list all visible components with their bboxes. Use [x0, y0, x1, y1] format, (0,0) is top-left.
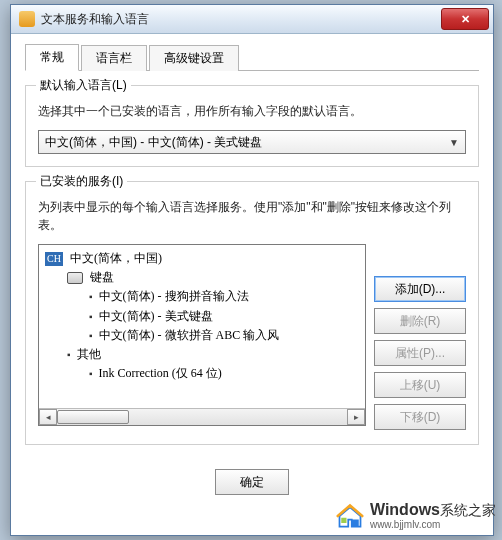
button-label: 确定	[240, 474, 264, 491]
tree-keyboard-category[interactable]: 键盘	[45, 268, 359, 287]
tab-label: 语言栏	[96, 51, 132, 65]
tree-inner: CH 中文(简体，中国) 键盘 中文(简体) - 搜狗拼音输入法 中文(简体) …	[39, 245, 365, 387]
group-legend: 已安装的服务(I)	[36, 173, 127, 190]
ime-label: 中文(简体) - 美式键盘	[99, 309, 213, 323]
button-label: 删除(R)	[400, 313, 441, 330]
language-badge-icon: CH	[45, 252, 63, 266]
keyboard-label: 键盘	[90, 270, 114, 284]
tab-label: 高级键设置	[164, 51, 224, 65]
svg-rect-0	[352, 520, 359, 527]
close-icon: ✕	[461, 13, 470, 26]
button-label: 下移(D)	[400, 409, 441, 426]
tree-ime-item[interactable]: 中文(简体) - 微软拼音 ABC 输入风	[45, 326, 359, 345]
service-buttons-column: 添加(D)... 删除(R) 属性(P)... 上移(U) 下移(D)	[374, 276, 466, 430]
horizontal-scrollbar[interactable]: ◂ ▸	[39, 408, 365, 425]
watermark-url: www.bjjmlv.com	[370, 520, 496, 530]
tree-other-item[interactable]: Ink Correction (仅 64 位)	[45, 364, 359, 383]
button-label: 上移(U)	[400, 377, 441, 394]
watermark-text: Windows系统之家 www.bjjmlv.com	[370, 502, 496, 530]
app-icon	[19, 11, 35, 27]
tab-language-bar[interactable]: 语言栏	[81, 45, 147, 71]
screenshot-root: 文本服务和输入语言 ✕ 常规 语言栏 高级键设置 默认输入语言(L) 选择其中一…	[0, 0, 502, 540]
dialog-body: 常规 语言栏 高级键设置 默认输入语言(L) 选择其中一个已安装的语言，用作所有…	[11, 34, 493, 505]
button-label: 属性(P)...	[395, 345, 445, 362]
tab-general[interactable]: 常规	[25, 44, 79, 71]
scroll-right-button[interactable]: ▸	[347, 409, 365, 425]
group-default-language: 默认输入语言(L) 选择其中一个已安装的语言，用作所有输入字段的默认语言。 中文…	[25, 85, 479, 167]
group-legend: 默认输入语言(L)	[36, 77, 131, 94]
dialog-footer: 确定	[25, 459, 479, 495]
services-row: CH 中文(简体，中国) 键盘 中文(简体) - 搜狗拼音输入法 中文(简体) …	[38, 244, 466, 430]
titlebar: 文本服务和输入语言 ✕	[11, 5, 493, 34]
watermark-sub: 系统之家	[440, 502, 496, 518]
move-up-button[interactable]: 上移(U)	[374, 372, 466, 398]
add-button[interactable]: 添加(D)...	[374, 276, 466, 302]
tab-bar: 常规 语言栏 高级键设置	[25, 46, 479, 71]
scroll-left-button[interactable]: ◂	[39, 409, 57, 425]
house-icon	[336, 502, 364, 530]
scroll-track[interactable]	[57, 410, 347, 424]
other-label: 其他	[77, 347, 101, 361]
tree-ime-item[interactable]: 中文(简体) - 美式键盘	[45, 307, 359, 326]
keyboard-icon	[67, 272, 83, 284]
watermark-brand: Windows	[370, 501, 440, 518]
tab-advanced-keys[interactable]: 高级键设置	[149, 45, 239, 71]
close-button[interactable]: ✕	[441, 8, 489, 30]
chevron-down-icon: ▼	[449, 137, 459, 148]
services-desc: 为列表中显示的每个输入语言选择服务。使用"添加"和"删除"按钮来修改这个列表。	[38, 198, 466, 234]
button-label: 添加(D)...	[395, 281, 446, 298]
other-item-label: Ink Correction (仅 64 位)	[99, 366, 222, 380]
tree-language-node[interactable]: CH 中文(简体，中国)	[45, 249, 359, 268]
tree-other-category[interactable]: 其他	[45, 345, 359, 364]
remove-button[interactable]: 删除(R)	[374, 308, 466, 334]
ok-button[interactable]: 确定	[215, 469, 289, 495]
services-tree[interactable]: CH 中文(简体，中国) 键盘 中文(简体) - 搜狗拼音输入法 中文(简体) …	[38, 244, 366, 426]
tree-ime-item[interactable]: 中文(简体) - 搜狗拼音输入法	[45, 287, 359, 306]
ime-label: 中文(简体) - 微软拼音 ABC 输入风	[99, 328, 280, 342]
tab-label: 常规	[40, 50, 64, 64]
ime-label: 中文(简体) - 搜狗拼音输入法	[99, 289, 249, 303]
language-name: 中文(简体，中国)	[70, 251, 162, 265]
watermark: Windows系统之家 www.bjjmlv.com	[336, 502, 496, 530]
default-language-combo[interactable]: 中文(简体，中国) - 中文(简体) - 美式键盘 ▼	[38, 130, 466, 154]
svg-rect-1	[341, 518, 346, 523]
properties-button[interactable]: 属性(P)...	[374, 340, 466, 366]
window-title: 文本服务和输入语言	[41, 11, 441, 28]
group-installed-services: 已安装的服务(I) 为列表中显示的每个输入语言选择服务。使用"添加"和"删除"按…	[25, 181, 479, 445]
default-language-desc: 选择其中一个已安装的语言，用作所有输入字段的默认语言。	[38, 102, 466, 120]
combo-value: 中文(简体，中国) - 中文(简体) - 美式键盘	[45, 134, 262, 151]
move-down-button[interactable]: 下移(D)	[374, 404, 466, 430]
scroll-thumb[interactable]	[57, 410, 129, 424]
dialog-window: 文本服务和输入语言 ✕ 常规 语言栏 高级键设置 默认输入语言(L) 选择其中一…	[10, 4, 494, 536]
